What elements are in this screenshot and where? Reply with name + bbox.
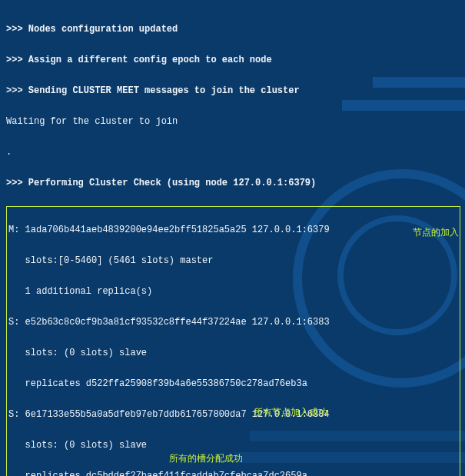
line-sending-cluster-meet: >>> Sending CLUSTER MEET messages to joi…: [6, 83, 460, 98]
node-slave-6384-slots: slots: (0 slots) slave: [8, 438, 458, 453]
node-slave-6383-slots: slots: (0 slots) slave: [8, 345, 458, 361]
line-performing-check: >>> Performing Cluster Check (using node…: [6, 175, 460, 191]
node-master-6379-slots: slots:[0-5460] (5461 slots) master: [8, 253, 458, 268]
node-master-6379-replica: 1 additional replica(s): [8, 284, 458, 299]
terminal-output: >>> Nodes configuration updated >>> Assi…: [0, 0, 465, 476]
node-slave-6384-replicates: replicates dc5bddef27baef411fcaddab7cfeb…: [8, 468, 458, 476]
node-slave-6383: S: e52b63c8c0cf9b3a81cf93532c8ffe44f3722…: [8, 315, 458, 330]
node-slave-6383-replicates: replicates d522ffa25908f39b4a6e55386750c…: [8, 376, 458, 391]
line-nodes-config-updated: >>> Nodes configuration updated: [6, 22, 460, 37]
line-assign-epoch: >>> Assign a different config epoch to e…: [6, 52, 460, 68]
nodes-box: M: 1ada706b441aeb4839200e94ee2bff51825a5…: [6, 206, 460, 476]
node-master-6379: M: 1ada706b441aeb4839200e94ee2bff51825a5…: [8, 222, 458, 238]
line-waiting-for-cluster: Waiting for the cluster to join: [6, 114, 460, 129]
line-dot: .: [6, 145, 460, 160]
node-slave-6384: S: 6e17133e55b5a0a5dfeb97eb7ddb617657800…: [8, 407, 458, 422]
